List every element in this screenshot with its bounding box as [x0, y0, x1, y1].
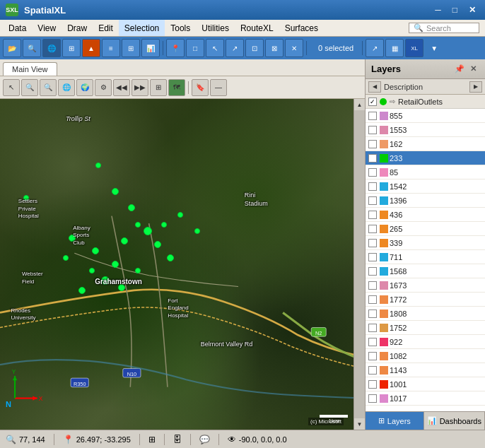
layer-checkbox[interactable] — [368, 225, 377, 233]
menu-utilities[interactable]: Utilities — [196, 20, 235, 36]
menu-draw[interactable]: Draw — [62, 20, 93, 36]
layers-list[interactable]: ⇨ RetailOutlets 855155316223385154213964… — [366, 95, 485, 411]
layer-row[interactable]: 436 — [366, 208, 485, 222]
layers-scroll-right[interactable]: ▶ — [469, 81, 482, 93]
prev-extent[interactable]: ◀◀ — [113, 79, 130, 96]
group-checkbox[interactable] — [368, 98, 377, 106]
map-scrollbar[interactable]: ▲ ▼ — [353, 99, 365, 430]
layer-row[interactable]: 162 — [366, 137, 485, 151]
layer-row[interactable]: 1772 — [366, 293, 485, 307]
arrow-button[interactable]: ↖ — [206, 39, 224, 57]
shape-button[interactable]: □ — [186, 39, 204, 57]
zoom-out-tool[interactable]: 🔍 — [40, 79, 57, 96]
layer-row[interactable]: 711 — [366, 250, 485, 264]
next-extent[interactable]: ▶▶ — [132, 79, 148, 96]
settings-tool[interactable]: ⚙ — [95, 79, 112, 96]
basemap-tool[interactable]: 🗺 — [168, 79, 185, 96]
scroll-up-arrow[interactable]: ▲ — [354, 99, 366, 110]
layer-checkbox[interactable] — [368, 196, 377, 205]
layer-row[interactable]: 1143 — [366, 363, 485, 377]
layer-row[interactable]: 265 — [366, 222, 485, 236]
layer-row[interactable]: 1017 — [366, 391, 485, 406]
layer-row[interactable]: 1082 — [366, 349, 485, 363]
pin-button[interactable]: 📍 — [166, 39, 185, 57]
map-view[interactable]: N2 R350 N10 X Y — [0, 99, 365, 430]
menu-routexl[interactable]: RouteXL — [235, 20, 279, 36]
layers-pin-button[interactable]: 📌 — [452, 63, 467, 75]
export-button[interactable]: ↗ — [366, 39, 384, 57]
map-extra[interactable]: — — [210, 79, 227, 96]
layer-row[interactable]: 1396 — [366, 194, 485, 208]
main-view-tab[interactable]: Main View — [3, 62, 57, 76]
full-extent[interactable]: 🌍 — [76, 79, 93, 96]
layer-row[interactable]: 855 — [366, 109, 485, 123]
layer-row[interactable]: 85 — [366, 165, 485, 179]
scroll-down-arrow[interactable]: ▼ — [354, 418, 366, 430]
menu-view[interactable]: View — [32, 20, 62, 36]
table-button[interactable]: ▦ — [385, 39, 404, 57]
globe-tool[interactable]: 🌐 — [58, 79, 75, 96]
layer-checkbox[interactable] — [368, 366, 377, 375]
layer-checkbox[interactable] — [368, 140, 377, 148]
menu-selection[interactable]: Selection — [119, 20, 165, 36]
layer-checkbox[interactable] — [368, 182, 377, 191]
layer-checkbox[interactable] — [368, 281, 377, 290]
layers-tab-layers[interactable]: ⊞ Layers — [366, 412, 424, 430]
layer-group-header[interactable]: ⇨ RetailOutlets — [366, 95, 485, 109]
layer-row[interactable]: 1553 — [366, 123, 485, 137]
minimize-button[interactable]: ─ — [431, 4, 445, 16]
menu-surfaces[interactable]: Surfaces — [279, 20, 324, 36]
layer-checkbox[interactable] — [368, 126, 377, 134]
select-button[interactable]: 🔍 — [23, 39, 41, 57]
close-button[interactable]: ✕ — [465, 4, 479, 16]
layer-checkbox[interactable] — [368, 380, 377, 389]
layers-tab-dashboards[interactable]: 📊 Dashboards — [424, 412, 485, 430]
stats-button[interactable]: XL — [405, 39, 423, 57]
layer-row[interactable]: 922 — [366, 335, 485, 349]
layer-checkbox[interactable] — [368, 352, 377, 360]
layer-row[interactable]: 1808 — [366, 307, 485, 321]
open-button[interactable]: 📂 — [3, 39, 21, 57]
layer-checkbox[interactable] — [368, 295, 377, 304]
layers-nav-back[interactable]: ◀ — [368, 81, 381, 93]
tool3-button[interactable]: 📊 — [141, 39, 160, 57]
layer-row[interactable]: 1673 — [366, 278, 485, 293]
layer-checkbox[interactable] — [368, 310, 377, 318]
layer-row[interactable]: 339 — [366, 236, 485, 250]
layer-row[interactable]: 1752 — [366, 321, 485, 335]
layer-checkbox[interactable] — [368, 168, 377, 177]
layers-button[interactable]: ⊞ — [62, 39, 81, 57]
more-button[interactable]: ▼ — [425, 39, 443, 57]
layer-checkbox[interactable] — [368, 253, 377, 261]
select-lasso[interactable]: ⊠ — [265, 39, 284, 57]
add-layer-button[interactable]: ▲ — [82, 39, 100, 57]
layer-checkbox[interactable] — [368, 211, 377, 219]
layer-row[interactable]: 233 — [366, 151, 485, 165]
layer-checkbox[interactable] — [368, 324, 377, 332]
layer-checkbox[interactable] — [368, 394, 377, 403]
layer-checkbox[interactable] — [368, 338, 377, 346]
tool2-button[interactable]: ⊞ — [122, 39, 140, 57]
layer-row[interactable]: 1001 — [366, 377, 485, 391]
select-arrow[interactable]: ↗ — [226, 39, 244, 57]
globe-button[interactable]: 🌐 — [42, 39, 61, 57]
scroll-track[interactable] — [354, 110, 365, 418]
select-area[interactable]: ⊡ — [245, 39, 264, 57]
pointer-tool[interactable]: ↖ — [3, 79, 20, 96]
layer-row[interactable]: 1542 — [366, 179, 485, 194]
deselect-button[interactable]: ✕ — [285, 39, 303, 57]
layer-checkbox[interactable] — [368, 239, 377, 247]
grid-tool[interactable]: ⊞ — [150, 79, 167, 96]
menu-data[interactable]: Data — [3, 20, 32, 36]
menu-edit[interactable]: Edit — [93, 20, 119, 36]
layer-row[interactable]: 1568 — [366, 264, 485, 278]
layer-checkbox[interactable] — [368, 154, 377, 163]
layer-checkbox[interactable] — [368, 267, 377, 276]
layers-close-button[interactable]: ✕ — [467, 63, 479, 75]
tool1-button[interactable]: ≡ — [102, 39, 120, 57]
layer-checkbox[interactable] — [368, 112, 377, 120]
menu-tools[interactable]: Tools — [165, 20, 196, 36]
zoom-in-tool[interactable]: 🔍 — [21, 79, 38, 96]
bookmark-tool[interactable]: 🔖 — [192, 79, 209, 96]
maximize-button[interactable]: □ — [449, 4, 461, 16]
